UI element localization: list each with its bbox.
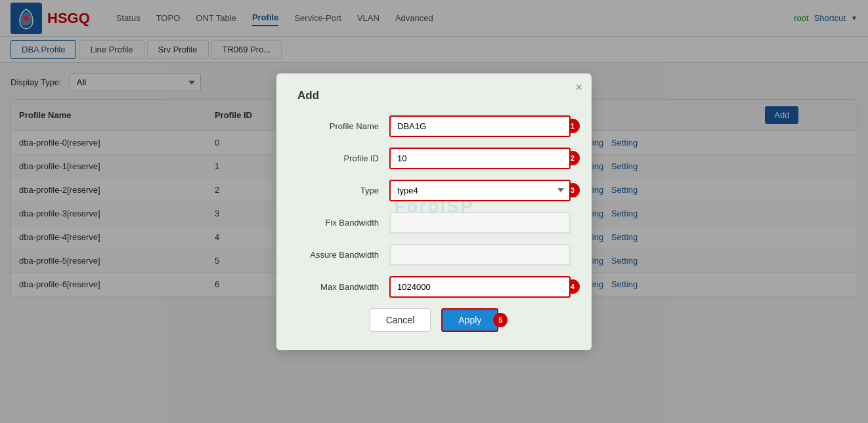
modal-body: ForoISP Profile Name 1 Profile ID 2 Type… (297, 115, 571, 298)
profile-name-label: Profile Name (297, 121, 389, 131)
profile-id-label: Profile ID (297, 153, 389, 163)
assure-bw-row: Assure Bandwidth (297, 244, 571, 266)
profile-name-input[interactable] (389, 115, 571, 137)
fix-bw-input[interactable] (389, 212, 571, 233)
type-select[interactable]: type1 type2 type3 type4 type5 (389, 180, 571, 201)
modal-close-button[interactable]: × (575, 81, 582, 93)
profile-id-input[interactable] (389, 148, 571, 169)
fix-bw-label: Fix Bandwidth (297, 218, 389, 228)
max-bw-row: Max Bandwidth 4 (297, 276, 571, 298)
profile-id-row: Profile ID 2 (297, 148, 571, 169)
fix-bw-row: Fix Bandwidth (297, 212, 571, 233)
max-bw-label: Max Bandwidth (297, 282, 389, 292)
add-modal: Add × ForoISP Profile Name 1 Profile ID … (276, 73, 592, 350)
profile-name-row: Profile Name 1 (297, 115, 571, 137)
apply-wrapper: Apply 5 (441, 308, 498, 332)
apply-button[interactable]: Apply (441, 308, 498, 332)
modal-footer: Cancel Apply 5 (297, 308, 571, 332)
max-bw-input[interactable] (389, 276, 571, 298)
type-row: Type type1 type2 type3 type4 type5 3 (297, 180, 571, 201)
step-5-badge: 5 (493, 313, 508, 327)
modal-overlay: Add × ForoISP Profile Name 1 Profile ID … (0, 0, 868, 423)
assure-bw-input[interactable] (389, 244, 571, 266)
assure-bw-label: Assure Bandwidth (297, 250, 389, 260)
cancel-button[interactable]: Cancel (370, 308, 431, 332)
type-label: Type (297, 186, 389, 195)
modal-title: Add (297, 89, 571, 102)
